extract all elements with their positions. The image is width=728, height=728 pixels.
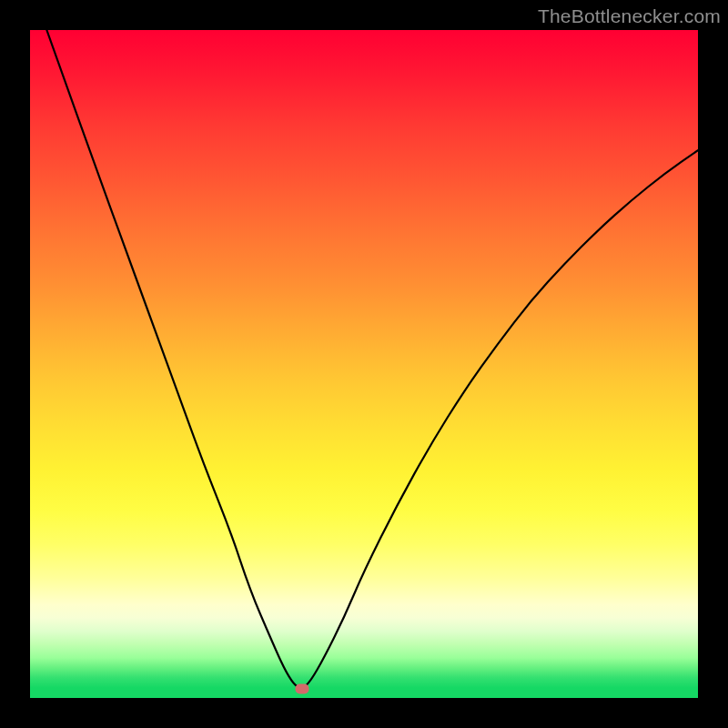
watermark-text: TheBottlenecker.com — [538, 5, 721, 27]
plot-area — [30, 30, 698, 698]
chart-frame: TheBottlenecker.com — [0, 0, 728, 728]
optimal-point-marker — [295, 684, 308, 694]
bottleneck-curve — [30, 30, 698, 698]
bottleneck-curve-path — [30, 30, 698, 688]
